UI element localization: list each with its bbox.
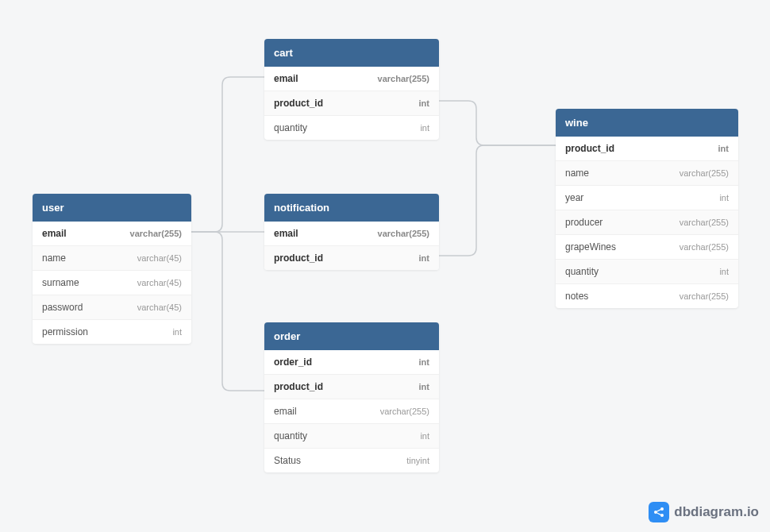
column-name: quantity [274, 430, 307, 441]
column-type: int [419, 382, 429, 391]
table-order[interactable]: order order_id int product_id int email … [264, 322, 439, 472]
column-name: producer [565, 217, 603, 228]
table-row[interactable]: password varchar(45) [33, 295, 191, 320]
column-name: product_id [274, 253, 323, 264]
table-wine[interactable]: wine product_id int name varchar(255) ye… [556, 109, 738, 308]
column-name: product_id [274, 381, 323, 392]
column-name: year [565, 192, 583, 203]
table-row[interactable]: email varchar(255) [264, 222, 439, 246]
svg-point-1 [660, 507, 664, 511]
table-header: cart [264, 39, 439, 67]
table-cart[interactable]: cart email varchar(255) product_id int q… [264, 39, 439, 140]
column-type: int [718, 144, 729, 153]
column-type: int [419, 253, 429, 263]
table-row[interactable]: product_id int [264, 246, 439, 270]
column-name: password [42, 302, 83, 313]
brand-logo[interactable]: dbdiagram.io [649, 502, 759, 522]
column-name: email [274, 228, 298, 239]
column-type: int [419, 357, 429, 367]
table-row[interactable]: surname varchar(45) [33, 271, 191, 295]
column-name: email [274, 73, 298, 84]
column-type: int [420, 123, 429, 133]
column-name: quantity [565, 266, 599, 277]
table-row[interactable]: grapeWines varchar(255) [556, 235, 738, 260]
column-type: int [719, 193, 729, 202]
column-type: int [420, 431, 429, 441]
column-type: varchar(255) [378, 74, 429, 83]
table-row[interactable]: email varchar(255) [264, 67, 439, 91]
table-row[interactable]: year int [556, 186, 738, 210]
table-row[interactable]: product_id int [264, 91, 439, 116]
column-name: permission [42, 326, 88, 337]
column-name: Status [274, 455, 301, 466]
column-name: name [565, 168, 589, 179]
column-type: varchar(255) [680, 242, 729, 252]
table-row[interactable]: quantity int [264, 424, 439, 449]
share-icon [649, 502, 669, 522]
table-header: order [264, 322, 439, 350]
column-name: product_id [565, 143, 614, 154]
column-type: varchar(255) [680, 218, 729, 227]
column-type: tinyint [406, 456, 429, 465]
column-type: varchar(45) [137, 278, 182, 287]
column-name: order_id [274, 357, 312, 368]
column-name: name [42, 253, 66, 264]
table-row[interactable]: product_id int [556, 137, 738, 161]
column-type: int [172, 327, 182, 337]
brand-text: dbdiagram.io [674, 504, 759, 520]
svg-point-0 [654, 511, 657, 514]
table-row[interactable]: name varchar(255) [556, 161, 738, 186]
table-row[interactable]: email varchar(255) [33, 222, 191, 246]
column-name: surname [42, 277, 79, 288]
column-type: int [719, 267, 729, 276]
column-type: varchar(255) [680, 291, 729, 301]
column-name: quantity [274, 122, 307, 133]
table-row[interactable]: email varchar(255) [264, 399, 439, 424]
table-row[interactable]: product_id int [264, 375, 439, 399]
column-type: varchar(255) [680, 168, 729, 178]
table-row[interactable]: name varchar(45) [33, 246, 191, 271]
column-type: varchar(45) [137, 253, 182, 263]
column-name: email [274, 406, 297, 417]
column-name: product_id [274, 98, 323, 109]
column-name: email [42, 228, 67, 239]
table-row[interactable]: quantity int [264, 116, 439, 140]
table-row[interactable]: order_id int [264, 350, 439, 375]
column-type: varchar(255) [130, 229, 182, 238]
table-row[interactable]: Status tinyint [264, 449, 439, 472]
column-type: varchar(255) [380, 407, 429, 416]
column-type: varchar(45) [137, 303, 182, 312]
table-header: notification [264, 194, 439, 222]
table-row[interactable]: permission int [33, 320, 191, 344]
table-user[interactable]: user email varchar(255) name varchar(45)… [33, 194, 191, 344]
table-header: wine [556, 109, 738, 137]
column-type: int [419, 98, 429, 108]
table-notification[interactable]: notification email varchar(255) product_… [264, 194, 439, 270]
svg-point-2 [660, 514, 664, 517]
column-type: varchar(255) [378, 229, 429, 238]
table-row[interactable]: notes varchar(255) [556, 284, 738, 308]
column-name: grapeWines [565, 241, 616, 253]
table-header: user [33, 194, 191, 222]
table-row[interactable]: producer varchar(255) [556, 210, 738, 235]
table-row[interactable]: quantity int [556, 260, 738, 284]
column-name: notes [565, 291, 588, 302]
